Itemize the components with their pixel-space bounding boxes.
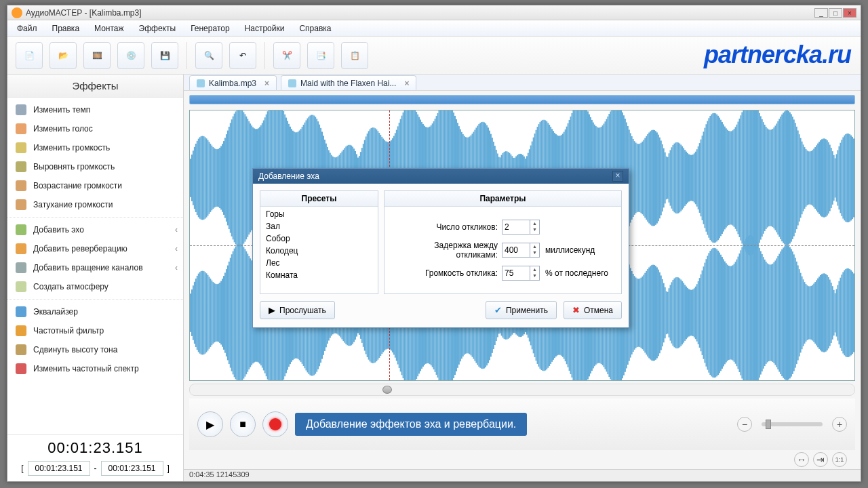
effect-freq-spectrum[interactable]: Изменить частотный спектр — [7, 359, 183, 378]
svg-rect-939 — [772, 264, 773, 362]
menu-generator[interactable]: Генератор — [186, 22, 233, 35]
svg-rect-365 — [673, 144, 675, 213]
svg-rect-437 — [770, 130, 771, 226]
svg-rect-443 — [777, 121, 778, 235]
svg-rect-373 — [684, 150, 686, 206]
spinner-arrows[interactable]: ▲▼ — [530, 243, 539, 257]
menu-montage[interactable]: Монтаж — [90, 22, 128, 35]
preset-item[interactable]: Комната — [262, 269, 376, 281]
effect-add-reverb[interactable]: Добавить реверберацию‹ — [7, 239, 183, 258]
effect-change-tempo[interactable]: Изменить темп — [7, 100, 183, 119]
effect-fade-in[interactable]: Возрастание громкости — [7, 176, 183, 195]
import-video-button[interactable]: 🎞️ — [83, 42, 111, 69]
maximize-button[interactable]: □ — [829, 8, 842, 18]
chevron-left-icon: ‹ — [175, 263, 178, 272]
close-button[interactable]: × — [843, 8, 856, 18]
svg-rect-898 — [717, 251, 719, 375]
paste-button[interactable]: 📋 — [341, 42, 368, 69]
effect-change-voice[interactable]: Изменить голос — [7, 119, 183, 138]
svg-rect-966 — [808, 286, 809, 339]
effect-fade-out[interactable]: Затухание громкости — [7, 195, 183, 214]
selection-start-input[interactable] — [28, 461, 90, 476]
effect-normalize-volume[interactable]: Выровнять громкость — [7, 157, 183, 176]
search-button[interactable]: 🔍 — [195, 42, 222, 69]
svg-rect-534 — [234, 249, 235, 378]
svg-rect-403 — [724, 127, 726, 230]
menu-file[interactable]: Файл — [13, 22, 41, 35]
minimize-button[interactable]: _ — [814, 8, 828, 18]
menu-edit[interactable]: Правка — [48, 22, 84, 35]
apply-button[interactable]: ✔Применить — [486, 301, 557, 319]
svg-rect-346 — [648, 133, 650, 224]
menu-settings[interactable]: Настройки — [241, 22, 289, 35]
spinner-arrows[interactable]: ▲▼ — [530, 266, 539, 280]
zoom-slider[interactable] — [762, 422, 823, 426]
svg-rect-949 — [785, 245, 787, 380]
tab-kalimba[interactable]: Kalimba.mp3× — [189, 75, 277, 90]
effect-rotate-channels[interactable]: Добавить вращение каналов‹ — [7, 258, 183, 277]
svg-rect-955 — [793, 254, 795, 371]
copy-button[interactable]: 📑 — [307, 42, 334, 69]
zoom-in-button[interactable]: + — [832, 417, 847, 432]
skip-fwd-button[interactable]: ⇥ — [813, 452, 828, 467]
new-file-button[interactable]: 📄 — [16, 42, 43, 69]
svg-rect-834 — [633, 274, 634, 352]
preset-item[interactable]: Лес — [262, 257, 376, 269]
echo-delay-input[interactable] — [502, 243, 530, 257]
svg-rect-893 — [711, 249, 712, 377]
effect-freq-filter[interactable]: Частотный фильтр — [7, 321, 183, 340]
svg-rect-983 — [831, 283, 832, 343]
tab-maid[interactable]: Maid with the Flaxen Hai...× — [281, 75, 416, 90]
undo-button[interactable]: ↶ — [229, 42, 256, 69]
svg-rect-492 — [842, 137, 844, 218]
effect-atmosphere[interactable]: Создать атмосферу — [7, 277, 183, 296]
svg-rect-839 — [639, 279, 640, 347]
cut-button[interactable]: ✂️ — [273, 42, 300, 69]
close-tab-icon[interactable]: × — [264, 79, 269, 88]
preset-item[interactable]: Собор — [262, 232, 376, 245]
svg-rect-338 — [638, 144, 639, 211]
effect-pitch-shift[interactable]: Сдвинуть высоту тона — [7, 340, 183, 359]
presets-panel: Пресеты Горы Зал Собор Колодец Лес Комна… — [260, 190, 378, 294]
skip-back-button[interactable]: ↔ — [794, 452, 809, 467]
svg-rect-466 — [808, 151, 809, 204]
svg-rect-880 — [694, 288, 695, 337]
svg-rect-965 — [806, 285, 808, 340]
echo-volume-input[interactable] — [502, 266, 530, 280]
spinner-arrows[interactable]: ▲▼ — [530, 220, 539, 234]
stop-button[interactable]: ■ — [230, 411, 256, 437]
echo-count-input[interactable] — [502, 220, 530, 234]
preset-item[interactable]: Колодец — [262, 245, 376, 257]
zoom-out-button[interactable]: − — [737, 417, 752, 432]
preset-item[interactable]: Горы — [262, 208, 376, 220]
preview-button[interactable]: ▶Прослушать — [260, 301, 335, 319]
zoom-11-button[interactable]: 1:1 — [832, 452, 847, 467]
dialog-title-bar[interactable]: Добавление эха × — [253, 169, 629, 184]
effect-add-echo[interactable]: Добавить эхо‹ — [7, 217, 183, 239]
open-file-button[interactable]: 📂 — [50, 42, 77, 69]
preset-item[interactable]: Зал — [262, 220, 376, 232]
selection-end-input[interactable] — [101, 461, 163, 476]
effect-change-volume[interactable]: Изменить громкость — [7, 138, 183, 157]
svg-rect-918 — [744, 241, 745, 380]
record-button[interactable] — [262, 411, 288, 437]
effect-equalizer[interactable]: Эквалайзер — [7, 299, 183, 321]
svg-rect-856 — [662, 279, 663, 346]
menu-help[interactable]: Справка — [295, 22, 335, 35]
svg-rect-10 — [202, 136, 203, 220]
scroll-thumb[interactable] — [382, 386, 392, 394]
menu-effects[interactable]: Эффекты — [135, 22, 180, 35]
track-overview[interactable] — [189, 95, 855, 104]
svg-rect-483 — [831, 148, 832, 208]
import-cd-button[interactable]: 💿 — [117, 42, 144, 69]
play-button[interactable]: ▶ — [197, 411, 223, 437]
cancel-button[interactable]: ✖Отмена — [564, 301, 622, 319]
svg-rect-480 — [827, 140, 828, 216]
dialog-close-button[interactable]: × — [612, 171, 623, 182]
close-tab-icon[interactable]: × — [404, 79, 409, 88]
save-button[interactable]: 💾 — [151, 42, 178, 69]
horizontal-scroll[interactable] — [189, 384, 855, 396]
svg-rect-529 — [227, 266, 229, 361]
svg-rect-934 — [766, 262, 767, 364]
svg-rect-916 — [741, 247, 743, 379]
